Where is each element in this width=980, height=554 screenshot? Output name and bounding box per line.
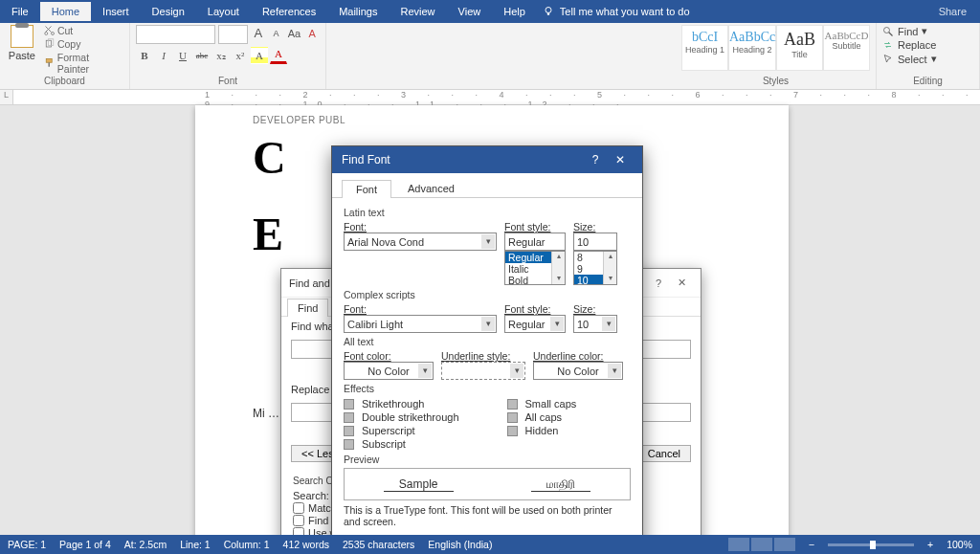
tab-help[interactable]: Help — [492, 2, 537, 21]
zoom-level[interactable]: 100% — [947, 539, 972, 550]
style-tile-heading1[interactable]: bCcIHeading 1 — [681, 25, 728, 71]
view-buttons[interactable] — [728, 538, 795, 551]
paste-button[interactable]: Paste — [6, 25, 38, 76]
underline-button[interactable]: U — [174, 47, 191, 64]
font-name-combo[interactable] — [136, 25, 215, 44]
complex-font-combo[interactable]: Calibri Light▾ — [344, 315, 497, 333]
status-page-of[interactable]: Page 1 of 4 — [59, 539, 111, 550]
tab-file[interactable]: File — [0, 2, 40, 21]
fr-tab-find[interactable]: Find — [287, 299, 328, 317]
underline-color-combo[interactable]: No Color▾ — [533, 362, 623, 380]
complex-font-label: Font: — [344, 303, 497, 315]
tab-references[interactable]: References — [251, 2, 327, 21]
italic-button[interactable]: I — [155, 47, 172, 64]
zoom-slider[interactable] — [828, 543, 914, 546]
cb-hidden[interactable]: Hidden — [507, 425, 577, 436]
effects-label: Effects — [344, 383, 631, 394]
cb-subscript[interactable]: Subscript — [344, 438, 459, 450]
latin-style-combo[interactable]: Regular — [504, 233, 566, 251]
cb-small-caps[interactable]: Small caps — [507, 398, 577, 410]
clear-formatting-button[interactable]: A — [304, 25, 320, 42]
latin-size-combo[interactable]: 10 — [573, 233, 617, 251]
zoom-in-button[interactable]: + — [927, 539, 933, 550]
complex-size-combo[interactable]: 10▾ — [573, 315, 617, 333]
cb-double-strikethrough[interactable]: Double strikethrough — [344, 411, 459, 423]
chevron-down-icon: ▾ — [510, 364, 523, 378]
style-tile-title[interactable]: AaBTitle — [776, 25, 823, 71]
cut-button[interactable]: Cut — [44, 25, 123, 36]
underline-color-label: Underline color: — [533, 350, 623, 362]
ff-title-text: Find Font — [342, 153, 390, 166]
complex-style-label: Font style: — [504, 303, 566, 315]
cb-superscript[interactable]: Superscript — [344, 425, 459, 436]
svg-rect-1 — [547, 13, 549, 15]
page-header: DEVELOPER PUBL — [253, 115, 731, 125]
text-highlight-button[interactable]: A — [251, 47, 268, 64]
latin-size-listbox[interactable]: 8 9 10 ▴▾ — [573, 251, 617, 285]
format-painter-button[interactable]: Format Painter — [44, 52, 123, 75]
ff-close-button[interactable]: ✕ — [608, 153, 633, 166]
zoom-out-button[interactable]: − — [809, 539, 814, 550]
sample-complex: மாதிரி — [531, 477, 590, 492]
replace-button[interactable]: Replace — [882, 39, 973, 51]
search-icon — [882, 26, 894, 37]
ruler-ticks: 1 · · · 2 · · · 3 · · · 4 · · · 5 · · · … — [13, 90, 980, 104]
tell-me[interactable]: Tell me what you want to do — [543, 6, 690, 17]
grow-font-button[interactable]: A — [251, 25, 266, 42]
paintbrush-icon — [44, 57, 56, 69]
svg-line-9 — [889, 32, 893, 35]
font-group-label: Font — [136, 76, 320, 89]
chevron-down-icon: ▾ — [602, 317, 615, 331]
find-button[interactable]: Find ▾ — [882, 25, 973, 37]
underline-style-combo[interactable]: ▾ — [441, 362, 525, 380]
cursor-icon — [882, 54, 894, 65]
ruler-corner: L — [0, 90, 13, 104]
font-size-combo[interactable] — [218, 25, 248, 44]
tab-mailings[interactable]: Mailings — [327, 2, 389, 21]
subscript-button[interactable]: x₂ — [212, 47, 230, 64]
latin-style-listbox[interactable]: Regular Italic Bold ▴▾ — [504, 251, 566, 285]
tab-layout[interactable]: Layout — [196, 2, 251, 21]
complex-style-combo[interactable]: Regular▾ — [504, 315, 566, 333]
status-characters[interactable]: 2535 characters — [343, 539, 414, 550]
cb-strikethrough[interactable]: Strikethrough — [344, 398, 459, 410]
ff-help-button[interactable]: ? — [583, 153, 608, 166]
font-color-button[interactable]: A — [270, 47, 287, 64]
fr-close-button[interactable]: ✕ — [670, 277, 693, 289]
tab-insert[interactable]: Insert — [91, 2, 141, 21]
shrink-font-button[interactable]: A — [269, 25, 284, 42]
style-tile-heading2[interactable]: AaBbCcDHeading 2 — [728, 25, 776, 71]
paste-icon — [11, 25, 33, 48]
ff-tab-advanced[interactable]: Advanced — [393, 179, 469, 197]
svg-rect-6 — [46, 59, 52, 63]
share-button[interactable]: Share — [939, 6, 967, 17]
ff-tab-font[interactable]: Font — [342, 180, 391, 198]
svg-point-3 — [51, 33, 54, 35]
tab-design[interactable]: Design — [141, 2, 196, 21]
tell-me-text: Tell me what you want to do — [560, 6, 690, 17]
font-color-label: Font color: — [344, 350, 434, 362]
fr-cancel-button[interactable]: Cancel — [637, 445, 691, 462]
tab-review[interactable]: Review — [390, 2, 447, 21]
style-tile-subtitle[interactable]: AaBbCcDSubtitle — [823, 25, 870, 71]
font-group: A A Aa A B I U abc x₂ x² A A Font — [130, 23, 326, 89]
status-words[interactable]: 412 words — [283, 539, 329, 550]
horizontal-ruler[interactable]: L 1 · · · 2 · · · 3 · · · 4 · · · 5 · · … — [0, 90, 980, 105]
ff-titlebar[interactable]: Find Font ? ✕ — [332, 146, 642, 173]
select-button[interactable]: Select ▾ — [882, 53, 973, 65]
copy-button[interactable]: Copy — [44, 38, 123, 50]
superscript-button[interactable]: x² — [232, 47, 249, 64]
tab-view[interactable]: View — [447, 2, 493, 21]
font-color-combo[interactable]: No Color▾ — [344, 362, 434, 380]
change-case-button[interactable]: Aa — [287, 25, 302, 42]
status-language[interactable]: English (India) — [428, 539, 492, 550]
cb-all-caps[interactable]: All caps — [507, 411, 577, 423]
bold-button[interactable]: B — [136, 47, 153, 64]
svg-point-0 — [546, 8, 551, 13]
strikethrough-button[interactable]: abc — [193, 47, 211, 64]
fr-help-button[interactable]: ? — [647, 277, 670, 289]
status-page-number[interactable]: PAGE: 1 — [8, 539, 46, 550]
tab-home[interactable]: Home — [40, 2, 91, 21]
latin-font-combo[interactable]: Arial Nova Cond▾ — [344, 233, 497, 251]
font-preview: Sample மாதிரி — [344, 468, 631, 500]
